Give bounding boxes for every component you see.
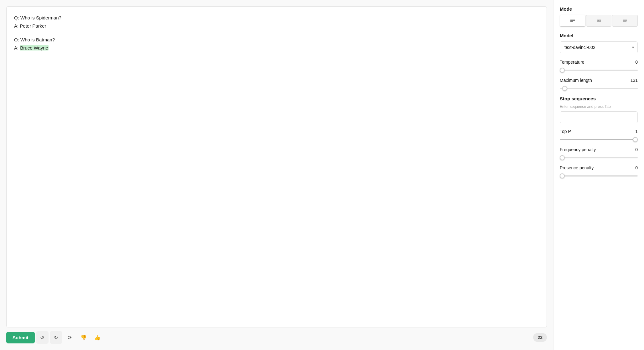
model-title: Model xyxy=(560,33,638,38)
complete-icon xyxy=(570,18,575,24)
qa-block-1: Q: Who is Spiderman? A: Peter Parker xyxy=(14,14,539,30)
temperature-value: 0 xyxy=(635,60,638,65)
question-2: Q: Who is Batman? xyxy=(14,36,539,44)
top-p-slider[interactable] xyxy=(560,139,638,140)
stop-sequences-label: Stop sequences xyxy=(560,96,638,101)
max-length-slider[interactable] xyxy=(560,88,638,89)
mode-insert-button[interactable] xyxy=(586,15,612,27)
main-area: Q: Who is Spiderman? A: Peter Parker Q: … xyxy=(0,0,553,350)
question-1: Q: Who is Spiderman? xyxy=(14,14,539,22)
sidebar: Mode Mod xyxy=(553,0,644,350)
frequency-penalty-value: 0 xyxy=(635,147,638,152)
presence-penalty-control: Presence penalty 0 xyxy=(560,165,638,178)
presence-penalty-label: Presence penalty xyxy=(560,165,594,170)
stop-sequences-input[interactable] xyxy=(560,111,638,123)
top-p-label: Top P xyxy=(560,129,571,134)
max-length-control: Maximum length 131 xyxy=(560,78,638,90)
top-p-value: 1 xyxy=(635,129,638,134)
answer-1: A: Peter Parker xyxy=(14,22,539,30)
model-dropdown-wrapper: text-davinci-002 text-curie-001 text-bab… xyxy=(560,41,638,53)
like-button[interactable]: 👍 xyxy=(91,331,104,344)
dislike-button[interactable]: 👎 xyxy=(77,331,90,344)
qa-block-2: Q: Who is Batman? A: Bruce Wayne xyxy=(14,36,539,52)
history-button[interactable]: ⟳ xyxy=(64,331,76,344)
editor-container[interactable]: Q: Who is Spiderman? A: Peter Parker Q: … xyxy=(6,6,547,327)
presence-penalty-value: 0 xyxy=(635,165,638,170)
toolbar: Submit ↺ ↻ ⟳ 👎 👍 23 xyxy=(6,331,547,344)
temperature-label: Temperature xyxy=(560,60,584,65)
temperature-control: Temperature 0 xyxy=(560,60,638,72)
mode-complete-button[interactable] xyxy=(560,15,585,27)
edit-icon xyxy=(622,18,628,24)
mode-title: Mode xyxy=(560,6,638,12)
redo-button[interactable]: ↻ xyxy=(50,331,62,344)
model-select[interactable]: text-davinci-002 text-curie-001 text-bab… xyxy=(560,41,638,53)
mode-buttons xyxy=(560,15,638,27)
max-length-label: Maximum length xyxy=(560,78,592,83)
top-p-control: Top P 1 xyxy=(560,129,638,141)
presence-penalty-slider[interactable] xyxy=(560,175,638,177)
stop-sequences-section: Stop sequences Enter sequence and press … xyxy=(560,96,638,123)
highlighted-answer: Bruce Wayne xyxy=(20,45,48,50)
mode-edit-button[interactable] xyxy=(612,15,638,27)
frequency-penalty-control: Frequency penalty 0 xyxy=(560,147,638,160)
stop-sequences-hint: Enter sequence and press Tab xyxy=(560,104,638,109)
undo-button[interactable]: ↺ xyxy=(36,331,49,344)
submit-button[interactable]: Submit xyxy=(6,332,35,343)
frequency-penalty-slider[interactable] xyxy=(560,157,638,158)
temperature-slider[interactable] xyxy=(560,70,638,71)
answer-2: A: Bruce Wayne xyxy=(14,44,539,52)
answer-prefix: A: xyxy=(14,45,20,50)
frequency-penalty-label: Frequency penalty xyxy=(560,147,596,152)
max-length-value: 131 xyxy=(631,78,638,83)
insert-icon xyxy=(596,18,602,24)
char-count: 23 xyxy=(533,333,547,342)
